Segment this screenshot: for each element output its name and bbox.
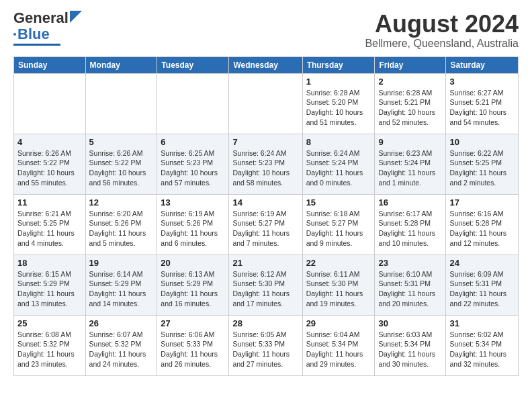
calendar-cell: 25Sunrise: 6:08 AM Sunset: 5:32 PM Dayli… xyxy=(14,315,86,375)
day-info: Sunrise: 6:05 AM Sunset: 5:33 PM Dayligh… xyxy=(232,330,298,369)
day-info: Sunrise: 6:08 AM Sunset: 5:32 PM Dayligh… xyxy=(17,330,82,369)
day-number: 24 xyxy=(449,258,515,268)
day-number: 30 xyxy=(378,318,442,328)
day-info: Sunrise: 6:02 AM Sunset: 5:34 PM Dayligh… xyxy=(449,330,515,369)
calendar-cell: 28Sunrise: 6:05 AM Sunset: 5:33 PM Dayli… xyxy=(229,315,302,375)
day-info: Sunrise: 6:11 AM Sunset: 5:30 PM Dayligh… xyxy=(306,269,371,309)
day-number: 8 xyxy=(306,137,371,147)
calendar-cell: 10Sunrise: 6:22 AM Sunset: 5:25 PM Dayli… xyxy=(446,134,519,194)
calendar-cell: 22Sunrise: 6:11 AM Sunset: 5:30 PM Dayli… xyxy=(302,255,375,315)
day-number: 19 xyxy=(89,258,154,268)
calendar-cell: 19Sunrise: 6:14 AM Sunset: 5:29 PM Dayli… xyxy=(85,255,157,315)
calendar-cell: 29Sunrise: 6:04 AM Sunset: 5:34 PM Dayli… xyxy=(302,315,375,375)
calendar-cell: 12Sunrise: 6:20 AM Sunset: 5:26 PM Dayli… xyxy=(85,194,157,255)
logo-arrow-icon xyxy=(70,11,82,23)
day-number: 13 xyxy=(161,197,225,208)
day-info: Sunrise: 6:28 AM Sunset: 5:21 PM Dayligh… xyxy=(378,88,442,128)
calendar-cell: 8Sunrise: 6:24 AM Sunset: 5:24 PM Daylig… xyxy=(302,134,375,194)
day-number: 12 xyxy=(89,197,154,208)
day-info: Sunrise: 6:17 AM Sunset: 5:28 PM Dayligh… xyxy=(378,209,442,248)
calendar-cell xyxy=(85,73,157,134)
week-row-4: 18Sunrise: 6:15 AM Sunset: 5:29 PM Dayli… xyxy=(14,255,519,315)
day-info: Sunrise: 6:06 AM Sunset: 5:33 PM Dayligh… xyxy=(161,330,225,369)
day-number: 17 xyxy=(449,197,515,208)
day-number: 14 xyxy=(232,197,298,208)
calendar-cell: 11Sunrise: 6:21 AM Sunset: 5:25 PM Dayli… xyxy=(14,194,86,255)
day-number: 29 xyxy=(306,318,371,328)
calendar-cell: 17Sunrise: 6:16 AM Sunset: 5:28 PM Dayli… xyxy=(446,194,519,255)
day-info: Sunrise: 6:13 AM Sunset: 5:29 PM Dayligh… xyxy=(161,269,225,309)
day-info: Sunrise: 6:14 AM Sunset: 5:29 PM Dayligh… xyxy=(89,269,154,309)
calendar-cell: 16Sunrise: 6:17 AM Sunset: 5:28 PM Dayli… xyxy=(375,194,446,255)
calendar-cell: 31Sunrise: 6:02 AM Sunset: 5:34 PM Dayli… xyxy=(446,315,519,375)
logo-blue-text: Blue xyxy=(17,26,50,43)
day-number: 4 xyxy=(17,137,82,147)
day-info: Sunrise: 6:24 AM Sunset: 5:24 PM Dayligh… xyxy=(306,148,371,188)
day-info: Sunrise: 6:20 AM Sunset: 5:26 PM Dayligh… xyxy=(89,209,154,248)
calendar-cell xyxy=(157,73,229,134)
calendar-cell xyxy=(229,73,302,134)
calendar-cell: 14Sunrise: 6:19 AM Sunset: 5:27 PM Dayli… xyxy=(229,194,302,255)
week-row-3: 11Sunrise: 6:21 AM Sunset: 5:25 PM Dayli… xyxy=(14,194,519,255)
day-number: 5 xyxy=(89,137,154,147)
day-number: 9 xyxy=(378,137,442,147)
day-number: 1 xyxy=(306,77,371,87)
day-number: 21 xyxy=(232,258,298,268)
day-number: 16 xyxy=(378,197,442,208)
day-info: Sunrise: 6:04 AM Sunset: 5:34 PM Dayligh… xyxy=(306,330,371,369)
weekday-header-saturday: Saturday xyxy=(446,56,519,73)
calendar-cell: 26Sunrise: 6:07 AM Sunset: 5:32 PM Dayli… xyxy=(85,315,157,375)
calendar-cell: 21Sunrise: 6:12 AM Sunset: 5:30 PM Dayli… xyxy=(229,255,302,315)
weekday-header-thursday: Thursday xyxy=(302,56,375,73)
day-number: 31 xyxy=(449,318,515,328)
weekday-header-friday: Friday xyxy=(375,56,446,73)
calendar-cell: 27Sunrise: 6:06 AM Sunset: 5:33 PM Dayli… xyxy=(157,315,229,375)
day-number: 27 xyxy=(161,318,225,328)
calendar-cell: 9Sunrise: 6:23 AM Sunset: 5:24 PM Daylig… xyxy=(375,134,446,194)
calendar-cell: 30Sunrise: 6:03 AM Sunset: 5:34 PM Dayli… xyxy=(375,315,446,375)
weekday-header-wednesday: Wednesday xyxy=(229,56,302,73)
logo: General Blue xyxy=(13,11,82,46)
svg-marker-0 xyxy=(70,11,82,23)
day-number: 28 xyxy=(232,318,298,328)
calendar-cell: 6Sunrise: 6:25 AM Sunset: 5:23 PM Daylig… xyxy=(157,134,229,194)
day-number: 11 xyxy=(17,197,82,208)
day-info: Sunrise: 6:09 AM Sunset: 5:31 PM Dayligh… xyxy=(449,269,515,309)
calendar-table: SundayMondayTuesdayWednesdayThursdayFrid… xyxy=(13,56,519,376)
calendar-cell: 4Sunrise: 6:26 AM Sunset: 5:22 PM Daylig… xyxy=(14,134,86,194)
day-number: 6 xyxy=(161,137,225,147)
calendar-cell: 1Sunrise: 6:28 AM Sunset: 5:20 PM Daylig… xyxy=(302,73,375,134)
day-info: Sunrise: 6:22 AM Sunset: 5:25 PM Dayligh… xyxy=(449,148,515,188)
calendar-cell: 2Sunrise: 6:28 AM Sunset: 5:21 PM Daylig… xyxy=(375,73,446,134)
calendar-cell: 13Sunrise: 6:19 AM Sunset: 5:26 PM Dayli… xyxy=(157,194,229,255)
day-info: Sunrise: 6:25 AM Sunset: 5:23 PM Dayligh… xyxy=(161,148,225,188)
day-info: Sunrise: 6:21 AM Sunset: 5:25 PM Dayligh… xyxy=(17,209,82,248)
calendar-cell: 23Sunrise: 6:10 AM Sunset: 5:31 PM Dayli… xyxy=(375,255,446,315)
header: General Blue August 2024 Bellmere, Queen… xyxy=(13,11,519,50)
day-number: 10 xyxy=(449,137,515,147)
calendar-cell: 18Sunrise: 6:15 AM Sunset: 5:29 PM Dayli… xyxy=(14,255,86,315)
day-info: Sunrise: 6:23 AM Sunset: 5:24 PM Dayligh… xyxy=(378,148,442,188)
week-row-2: 4Sunrise: 6:26 AM Sunset: 5:22 PM Daylig… xyxy=(14,134,519,194)
day-info: Sunrise: 6:18 AM Sunset: 5:27 PM Dayligh… xyxy=(306,209,371,248)
calendar-cell: 20Sunrise: 6:13 AM Sunset: 5:29 PM Dayli… xyxy=(157,255,229,315)
day-number: 15 xyxy=(306,197,371,208)
month-title: August 2024 xyxy=(365,11,519,38)
day-number: 3 xyxy=(449,77,515,87)
day-number: 20 xyxy=(161,258,225,268)
day-info: Sunrise: 6:19 AM Sunset: 5:27 PM Dayligh… xyxy=(232,209,298,248)
week-row-5: 25Sunrise: 6:08 AM Sunset: 5:32 PM Dayli… xyxy=(14,315,519,375)
day-info: Sunrise: 6:15 AM Sunset: 5:29 PM Dayligh… xyxy=(17,269,82,309)
weekday-header-row: SundayMondayTuesdayWednesdayThursdayFrid… xyxy=(14,56,519,73)
day-number: 23 xyxy=(378,258,442,268)
calendar-cell xyxy=(14,73,86,134)
calendar-cell: 7Sunrise: 6:24 AM Sunset: 5:23 PM Daylig… xyxy=(229,134,302,194)
week-row-1: 1Sunrise: 6:28 AM Sunset: 5:20 PM Daylig… xyxy=(14,73,519,134)
logo-underline xyxy=(13,44,60,46)
day-info: Sunrise: 6:26 AM Sunset: 5:22 PM Dayligh… xyxy=(17,148,82,188)
location-title: Bellmere, Queensland, Australia xyxy=(365,38,519,50)
day-info: Sunrise: 6:07 AM Sunset: 5:32 PM Dayligh… xyxy=(89,330,154,369)
day-info: Sunrise: 6:26 AM Sunset: 5:22 PM Dayligh… xyxy=(89,148,154,188)
weekday-header-monday: Monday xyxy=(85,56,157,73)
day-number: 18 xyxy=(17,258,82,268)
